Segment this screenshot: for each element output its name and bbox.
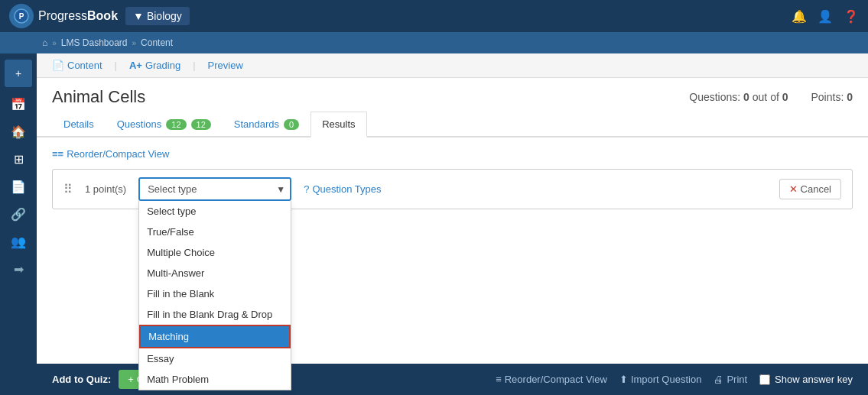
print-icon: 🖨 [714,374,723,385]
tab-questions[interactable]: Questions 12 12 [106,112,223,136]
dropdown-menu: Select type True/False Multiple Choice M… [138,201,291,390]
show-answer-key-checkbox[interactable] [759,374,770,385]
page-title: Animal Cells [52,87,145,107]
drag-handle-icon[interactable]: ⠿ [63,182,73,196]
course-selector[interactable]: ▼ Biology [125,7,190,25]
main-content: 📄 Content | A+ Grading | Preview Animal … [37,53,868,395]
sidebar-item-calendar[interactable]: 📅 [5,92,32,116]
page-header: Animal Cells Questions: 0 out of 0 Point… [37,78,868,112]
show-answer-label: Show answer key [759,374,853,385]
sidebar-item-grid[interactable]: ⊞ [5,147,32,171]
cancel-button[interactable]: ✕ Cancel [779,179,841,199]
logo-icon: P [9,4,34,28]
tab-details[interactable]: Details [52,112,106,136]
sidebar-item-link[interactable]: 🔗 [5,202,32,226]
breadcrumb-sep2: » [132,39,137,47]
dropdown-item-fill-blank-drag[interactable]: Fill in the Blank Drag & Drop [139,304,291,325]
tab-preview[interactable]: Preview [208,60,243,71]
nav-right: 🔔 👤 ❓ [792,9,859,24]
import-question-action[interactable]: ⬆ Import Question [619,374,702,385]
plus-icon: + [128,374,134,385]
sidebar-item-arrow[interactable]: ➡ [5,257,32,281]
points-stat: Points: 0 [811,91,853,103]
select-wrapper: Select type True/False Multiple Choice M… [138,177,291,201]
badge-standards: 0 [284,119,299,130]
add-to-quiz-label: Add to Quiz: [52,374,111,385]
content-tabs-bar: 📄 Content | A+ Grading | Preview [37,53,868,78]
dropdown-item-matching[interactable]: Matching [139,325,291,348]
content-area: ≡≡ Reorder/Compact View ⠿ 1 point(s) Sel… [37,138,868,226]
sidebar-item-users[interactable]: 👥 [5,229,32,254]
question-mark-icon: ? [304,183,309,195]
logo-text: ProgressBook [38,9,118,23]
breadcrumb: ⌂ » LMS Dashboard » Content [0,32,868,53]
type-select[interactable]: Select type True/False Multiple Choice M… [138,177,291,201]
breadcrumb-content: Content [141,37,173,48]
grading-icon: A+ [129,60,142,71]
question-types-link[interactable]: ? Question Types [304,183,381,195]
tab-grading[interactable]: A+ Grading [129,60,180,71]
dropdown-item-true-false[interactable]: True/False [139,222,291,242]
reorder-action-icon: ≡ [496,374,502,385]
top-nav-bar: P ProgressBook ▼ Biology 🔔 👤 ❓ [0,0,868,32]
dropdown-item-math-problem[interactable]: Math Problem [139,369,291,390]
questions-stat: Questions: 0 out of 0 [689,91,788,103]
content-icon: 📄 [52,60,64,71]
help-icon[interactable]: ❓ [844,9,859,24]
nav-left: P ProgressBook ▼ Biology [9,4,190,28]
badge-questions-2: 12 [191,119,211,130]
sidebar: + 📅 🏠 ⊞ 📄 🔗 👥 ➡ [0,53,37,395]
course-name: Biology [147,10,182,22]
dropdown-item-multi-answer[interactable]: Multi-Answer [139,263,291,283]
bell-icon[interactable]: 🔔 [792,9,807,24]
reorder-icon: ≡≡ [52,148,63,160]
svg-text:P: P [19,12,24,21]
sidebar-item-home[interactable]: 🏠 [5,119,32,144]
question-row: ⠿ 1 point(s) Select type True/False Mult… [52,169,853,209]
dropdown-arrow-icon: ▼ [133,10,144,22]
breadcrumb-sep: » [52,39,57,47]
dropdown-item-essay[interactable]: Essay [139,348,291,369]
import-icon: ⬆ [619,374,628,385]
user-icon[interactable]: 👤 [818,9,833,24]
print-action[interactable]: 🖨 Print [714,374,747,385]
dropdown-item-fill-blank[interactable]: Fill in the Blank [139,283,291,304]
page-stats: Questions: 0 out of 0 Points: 0 [689,91,853,103]
tab-standards[interactable]: Standards 0 [223,112,310,136]
main-layout: + 📅 🏠 ⊞ 📄 🔗 👥 ➡ 📄 Content | A+ Grading |… [0,53,868,395]
tab-nav: Details Questions 12 12 Standards 0 Resu… [37,112,868,138]
cancel-x-icon: ✕ [789,183,798,195]
quiz-bar-right: ≡ Reorder/Compact View ⬆ Import Question… [496,374,853,385]
dropdown-item-select-type[interactable]: Select type [139,201,291,222]
points-label: 1 point(s) [85,183,126,195]
sidebar-item-doc[interactable]: 📄 [5,174,32,199]
home-icon[interactable]: ⌂ [42,37,47,48]
sidebar-add-button[interactable]: + [5,60,32,87]
tab-results[interactable]: Results [310,112,366,138]
reorder-compact-action[interactable]: ≡ Reorder/Compact View [496,374,607,385]
badge-questions-1: 12 [166,119,186,130]
reorder-link[interactable]: ≡≡ Reorder/Compact View [52,148,853,160]
dropdown-item-multiple-choice[interactable]: Multiple Choice [139,242,291,263]
breadcrumb-lms[interactable]: LMS Dashboard [61,37,128,48]
logo-area: P ProgressBook [9,4,118,28]
tab-content[interactable]: 📄 Content [52,60,102,71]
